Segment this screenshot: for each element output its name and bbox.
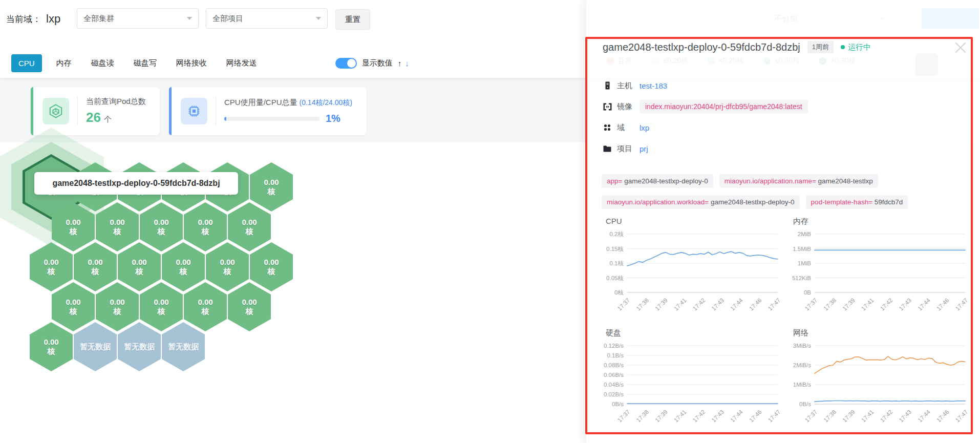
svg-text:17:47: 17:47: [767, 409, 782, 424]
status-dot-icon: [841, 45, 845, 49]
close-icon[interactable]: [953, 40, 968, 55]
svg-text:0.1B/s: 0.1B/s: [607, 352, 624, 358]
pod-count-unit: 个: [104, 115, 112, 124]
svg-text:17:38: 17:38: [822, 409, 837, 424]
field-label: 域: [617, 123, 640, 133]
folder-icon: [603, 145, 612, 152]
svg-text:0B/s: 0B/s: [799, 401, 811, 407]
field-value[interactable]: test-183: [640, 81, 667, 90]
pod-age-badge: 1周前: [807, 41, 834, 53]
tab-网络发送[interactable]: 网络发送: [226, 58, 257, 68]
chart-网络: 网络0B/s1MiB/s2MiB/s3MiB/s17:3717:3817:391…: [786, 328, 973, 435]
pod-hexagon[interactable]: 0.00核: [140, 202, 183, 251]
pods-icon: [42, 98, 69, 124]
pod-hexagon[interactable]: 0.00核: [30, 242, 73, 291]
cluster-select[interactable]: 全部集群: [77, 8, 199, 29]
pod-hexagon[interactable]: 0.00核: [96, 282, 139, 331]
pod-hexagon[interactable]: 0.00核: [52, 282, 95, 331]
pod-hexagon[interactable]: 0.00核: [184, 202, 227, 251]
tab-内存[interactable]: 内存: [56, 58, 72, 68]
pod-hexagon[interactable]: 0.00核: [140, 282, 183, 331]
image-icon: [603, 103, 612, 111]
svg-text:17:42: 17:42: [692, 297, 707, 312]
series-network-out: [815, 356, 965, 373]
pod-hexagon-nodata[interactable]: 暂无数据: [118, 322, 161, 371]
svg-text:17:42: 17:42: [692, 409, 707, 424]
pod-hexagon[interactable]: 0.00核: [228, 202, 271, 251]
svg-text:0.06B/s: 0.06B/s: [604, 372, 624, 378]
chart-title: 内存: [793, 217, 973, 228]
pod-hexagon[interactable]: 0.00核: [228, 282, 271, 331]
field-value: index.miaoyun:20404/prj-dfcb95/game2048:…: [640, 100, 808, 113]
current-domain-value: lxp: [46, 12, 60, 26]
cluster-select-value: 全部集群: [83, 14, 114, 24]
pod-hexagon[interactable]: 0.00核: [206, 242, 249, 291]
cpu-chip-icon: [181, 98, 207, 124]
svg-text:17:37: 17:37: [616, 297, 631, 312]
ghost-button: [915, 53, 938, 76]
svg-text:17:39: 17:39: [654, 409, 669, 424]
svg-text:17:47: 17:47: [954, 409, 969, 424]
pod-hexagon[interactable]: 0.00核: [30, 322, 73, 371]
svg-text:17:41: 17:41: [860, 297, 875, 312]
show-values-label: 显示数值: [362, 58, 393, 68]
svg-text:17:47: 17:47: [767, 297, 782, 312]
sort-asc-icon[interactable]: ↑: [398, 59, 402, 68]
svg-text:17:42: 17:42: [879, 297, 894, 312]
card-accent: [169, 87, 172, 135]
show-values-toggle[interactable]: [335, 58, 357, 69]
field-value[interactable]: prj: [640, 144, 648, 153]
pod-hexagon-nodata[interactable]: 暂无数据: [74, 322, 117, 371]
tab-网络接收[interactable]: 网络接收: [176, 58, 207, 68]
svg-text:17:43: 17:43: [898, 297, 912, 312]
chevron-down-icon: [316, 17, 321, 20]
svg-text:17:44: 17:44: [917, 297, 931, 312]
cpu-usage-percent: 1%: [326, 113, 340, 124]
tab-磁盘读[interactable]: 磁盘读: [91, 58, 114, 68]
svg-text:3MiB/s: 3MiB/s: [793, 343, 811, 349]
pod-hexagon[interactable]: 0.00核: [162, 242, 205, 291]
field-label: 主机: [617, 81, 640, 91]
pod-count-title: 当前查询Pod总数: [86, 97, 146, 107]
svg-text:17:43: 17:43: [710, 297, 725, 312]
chart-canvas: 0B512KiB1MiB1.5MiB2MiB17:3717:3817:3917:…: [786, 228, 970, 321]
pod-hexagon[interactable]: 0.00核: [118, 242, 161, 291]
field-label: 镜像: [617, 102, 640, 112]
chart-内存: 内存0B512KiB1MiB1.5MiB2MiB17:3717:3817:391…: [786, 217, 973, 323]
pod-hexagon[interactable]: 0.00核: [250, 162, 293, 212]
current-domain-label: 当前域：: [6, 13, 41, 25]
field-value[interactable]: lxp: [640, 123, 649, 132]
svg-text:17:38: 17:38: [822, 297, 837, 312]
svg-text:17:39: 17:39: [841, 297, 856, 312]
cpu-usage-title: CPU使用量/CPU总量: [224, 98, 297, 107]
svg-text:17:46: 17:46: [935, 297, 950, 312]
pod-hexagon[interactable]: 0.00核: [184, 282, 227, 331]
pod-hexagon[interactable]: 0.00核: [74, 242, 117, 291]
chart-title: 网络: [793, 328, 973, 340]
svg-text:0.08B/s: 0.08B/s: [604, 362, 624, 368]
project-select-value: 全部项目: [212, 14, 243, 24]
pod-hexagon[interactable]: 0.00核: [250, 242, 293, 291]
svg-text:0.02B/s: 0.02B/s: [604, 391, 624, 397]
domain-icon: [603, 124, 612, 131]
field-row-folder: 项目prj: [603, 141, 648, 156]
chart-title: 硬盘: [606, 328, 786, 340]
pod-label-tag: pod-template-hash= 59fdcb7d: [806, 195, 908, 209]
series-network-in: [815, 401, 965, 402]
sort-desc-icon[interactable]: ↓: [405, 59, 409, 68]
svg-text:17:37: 17:37: [616, 409, 631, 424]
svg-text:17:37: 17:37: [804, 409, 819, 424]
svg-text:0.1核: 0.1核: [610, 260, 624, 266]
reset-button[interactable]: 重置: [335, 9, 370, 30]
chart-canvas: 0B/s0.02B/s0.04B/s0.06B/s0.08B/s0.1B/s0.…: [599, 340, 783, 433]
project-select[interactable]: 全部项目: [206, 8, 328, 29]
svg-text:17:47: 17:47: [954, 297, 969, 312]
tab-磁盘写[interactable]: 磁盘写: [134, 58, 157, 68]
pod-hexagon-nodata[interactable]: 暂无数据: [162, 322, 205, 371]
svg-text:1MiB: 1MiB: [798, 260, 812, 266]
tab-cpu[interactable]: CPU: [11, 54, 42, 72]
server-icon: [603, 81, 612, 90]
chart-canvas: 0B/s1MiB/s2MiB/s3MiB/s17:3717:3817:3917:…: [786, 340, 970, 433]
field-label: 项目: [617, 144, 640, 154]
card-accent: [31, 87, 33, 135]
